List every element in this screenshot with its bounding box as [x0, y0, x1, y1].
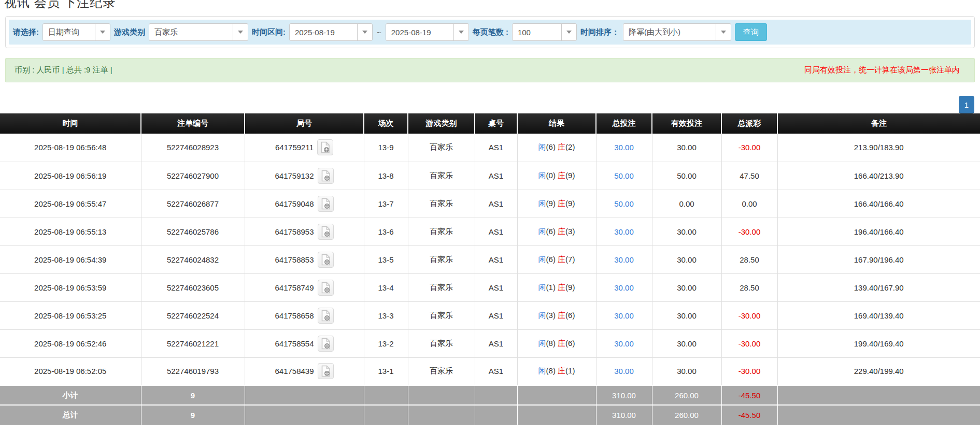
time-cell: 2025-08-19 06:56:19	[0, 162, 141, 190]
table-row: 2025-08-19 06:53:25522746022524641758658…	[0, 301, 980, 329]
game-type-cell: 百家乐	[408, 357, 475, 385]
table-no-cell: AS1	[475, 301, 517, 329]
session-cell: 13-3	[364, 301, 408, 329]
player-result-label: 闲	[538, 311, 546, 320]
banker-result-label: 庄	[558, 255, 565, 264]
game-type-cell: 百家乐	[408, 329, 475, 357]
result-cell: 闲(6) 庄(2)	[517, 134, 596, 162]
video-record-button[interactable]	[318, 363, 334, 379]
footer-valid-bet-cell: 260.00	[652, 385, 721, 405]
total-bet-link[interactable]: 30.00	[614, 367, 634, 375]
round-no-value: 641759048	[275, 199, 314, 208]
total-bet-cell: 30.00	[596, 218, 652, 245]
valid-bet-cell: 30.00	[652, 301, 721, 329]
page-1-button[interactable]: 1	[959, 96, 974, 113]
total-bet-link[interactable]: 30.00	[614, 339, 634, 348]
result-cell: 闲(8) 庄(6)	[517, 329, 596, 357]
date-from-dropdown[interactable]: 2025-08-19	[289, 23, 373, 41]
total-bet-link[interactable]: 30.00	[614, 283, 634, 292]
filter-bar: 请选择: 日期查询 游戏类别 百家乐 时间区间: 2025-08-19 ~ 20…	[9, 20, 971, 45]
round-no-value: 641758953	[275, 227, 314, 236]
total-bet-link[interactable]: 30.00	[614, 311, 634, 320]
payout-cell: 47.50	[721, 162, 777, 190]
footer-empty-cell	[517, 385, 596, 405]
video-record-button[interactable]	[318, 336, 334, 352]
header-table-no: 桌号	[475, 113, 517, 134]
table-row: 2025-08-19 06:56:19522746027900641759132…	[0, 162, 980, 190]
remark-cell: 229.40/199.40	[777, 357, 980, 385]
date-separator: ~	[376, 28, 382, 37]
total-bet-link[interactable]: 30.00	[614, 255, 634, 264]
bet-no-cell: 522746021221	[141, 329, 245, 357]
date-to-dropdown[interactable]: 2025-08-19	[386, 23, 469, 41]
remark-cell: 213.90/183.90	[777, 134, 980, 162]
chevron-down-icon	[561, 24, 576, 40]
footer-total-bet-cell: 310.00	[596, 405, 652, 425]
game-type-cell: 百家乐	[408, 245, 475, 273]
date-range-label: 时间区间:	[252, 27, 286, 37]
result-cell: 闲(3) 庄(6)	[517, 301, 596, 329]
remark-cell: 139.40/167.90	[777, 273, 980, 301]
round-no-cell: 641758439	[245, 357, 364, 385]
header-round-no: 局号	[245, 113, 364, 134]
banker-result-label: 庄	[558, 142, 565, 151]
session-cell: 13-6	[364, 218, 408, 245]
time-cell: 2025-08-19 06:55:13	[0, 218, 141, 245]
round-no-value: 641758658	[275, 311, 314, 320]
date-to-value: 2025-08-19	[386, 28, 453, 37]
table-no-cell: AS1	[475, 218, 517, 245]
summary-bar: 币别 : 人民币 | 总共 :9 注单 | 同局有效投注，统一计算在该局第一张注…	[5, 58, 975, 82]
game-type-cell: 百家乐	[408, 218, 475, 245]
footer-empty-cell	[777, 385, 980, 405]
table-row: 2025-08-19 06:52:46522746021221641758554…	[0, 329, 980, 357]
chevron-down-icon	[453, 24, 468, 40]
game-type-cell: 百家乐	[408, 162, 475, 190]
video-record-button[interactable]	[318, 308, 334, 324]
currency-total-text: 币别 : 人民币 | 总共 :9 注单 |	[15, 65, 112, 75]
table-row: 2025-08-19 06:52:05522746019793641758439…	[0, 357, 980, 385]
result-cell: 闲(0) 庄(9)	[517, 162, 596, 190]
header-bet-no: 注单编号	[141, 113, 245, 134]
payout-cell: -30.00	[721, 218, 777, 245]
total-bet-link[interactable]: 50.00	[614, 199, 634, 208]
total-bet-cell: 30.00	[596, 357, 652, 385]
valid-bet-notice-text: 同局有效投注，统一计算在该局第一张注单内	[804, 65, 960, 75]
page-size-dropdown[interactable]: 100	[512, 23, 577, 41]
header-total-bet: 总投注	[596, 113, 652, 134]
payout-cell: -30.00	[721, 329, 777, 357]
page-title: 视讯 会员 下注纪录	[4, 0, 980, 9]
session-cell: 13-1	[364, 357, 408, 385]
game-type-dropdown[interactable]: 百家乐	[149, 23, 248, 41]
result-cell: 闲(8) 庄(1)	[517, 357, 596, 385]
video-record-button[interactable]	[318, 252, 334, 268]
sort-order-dropdown[interactable]: 降幂(由大到小)	[623, 23, 731, 41]
table-header: 时间 注单编号 局号 场次 游戏类别 桌号 结果 总投注 有效投注 总派彩 备注	[0, 113, 980, 134]
video-record-button[interactable]	[318, 224, 334, 240]
total-bet-cell: 30.00	[596, 134, 652, 162]
video-record-button[interactable]	[318, 168, 334, 184]
table-row: 2025-08-19 06:53:59522746023605641758749…	[0, 273, 980, 301]
player-result-label: 闲	[538, 142, 546, 151]
chevron-down-icon	[716, 24, 731, 40]
session-cell: 13-7	[364, 190, 408, 218]
video-record-button[interactable]	[318, 280, 334, 296]
total-bet-link[interactable]: 30.00	[614, 227, 634, 236]
banker-result-label: 庄	[558, 283, 565, 292]
player-result-label: 闲	[538, 283, 546, 292]
search-button[interactable]: 查询	[735, 23, 767, 41]
game-type-cell: 百家乐	[408, 134, 475, 162]
video-record-button[interactable]	[318, 196, 334, 212]
header-time: 时间	[0, 113, 141, 134]
time-cell: 2025-08-19 06:53:59	[0, 273, 141, 301]
total-bet-link[interactable]: 50.00	[614, 171, 634, 180]
player-result-label: 闲	[538, 199, 546, 208]
video-record-button[interactable]	[317, 139, 333, 155]
table-no-cell: AS1	[475, 357, 517, 385]
bet-no-cell: 522746024832	[141, 245, 245, 273]
total-bet-link[interactable]: 30.00	[614, 143, 634, 152]
sort-order-value: 降幂(由大到小)	[623, 27, 716, 37]
query-type-dropdown[interactable]: 日期查询	[42, 23, 110, 41]
player-result-label: 闲	[538, 171, 546, 180]
footer-empty-cell	[408, 385, 475, 405]
time-cell: 2025-08-19 06:53:25	[0, 301, 141, 329]
